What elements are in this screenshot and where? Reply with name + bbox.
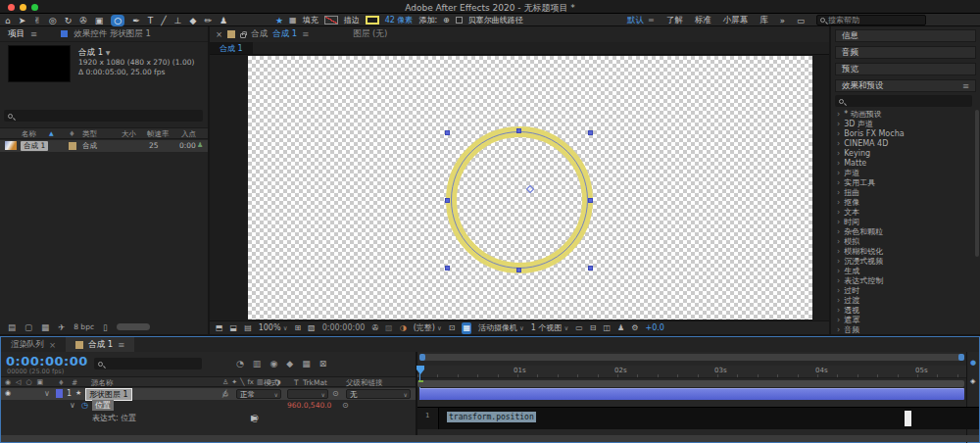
effects-category-item[interactable]: › 音频 [837,325,972,334]
tab-project[interactable]: 项目 [8,28,24,40]
layer-row[interactable]: ◉ ∨ 1 ★ 形状图层 1 ♙○╱ 正常 ⊙ 无 [1,388,416,400]
effects-category-item[interactable]: › 扭曲 [837,188,972,198]
add-shape-icon[interactable]: ⊕ [443,16,450,25]
stroke-swatch[interactable] [366,16,379,25]
region-of-interest-icon[interactable]: ▧ [308,322,316,334]
shy-col-icon[interactable]: ♙ [222,378,228,386]
stroke-label[interactable]: 描边 [344,15,360,25]
comp-name[interactable]: 合成 1 [78,47,103,57]
property-name[interactable]: 位置 [92,400,114,411]
lock-column-icon[interactable]: ▣ [37,378,44,386]
comp-marker-bin-icon[interactable]: ◈ [970,377,975,385]
twirl-icon[interactable]: ∨ [44,389,50,398]
workspace-libraries[interactable]: 库 [760,15,768,26]
effects-category-item[interactable]: › 透视 [837,306,972,316]
selection-handle-bottom[interactable] [516,268,521,272]
row-name[interactable]: 合成 1 [21,141,48,151]
brush-tool-icon[interactable]: ╱ [161,15,166,26]
timeline-navigator[interactable] [419,354,964,361]
project-row-comp[interactable]: 合成 1 合成 25 0:00 ♟ [0,140,208,152]
exposure-gear-icon[interactable]: ⚙ [631,322,638,334]
view-layout-select[interactable]: 1 个视图 [531,322,568,334]
section-effects-presets[interactable]: 效果和预设 ≡ [835,79,976,92]
col-inpoint[interactable]: 入点 [181,129,196,139]
motion-blur-toggle-icon[interactable]: ★ [275,16,283,25]
comp-name-caret-icon[interactable]: ▼ [106,49,111,56]
effects-category-item[interactable]: › 模拟 [837,237,972,247]
flowchart-button-icon[interactable]: ♟ [617,322,624,334]
expression-code[interactable]: transform.position [447,412,536,422]
stopwatch-icon[interactable]: ◷ [81,401,88,410]
target-region-icon[interactable]: ⊡ [449,322,456,334]
workspace-standard[interactable]: 标准 [695,15,711,26]
expression-language-icon[interactable]: ▶ [251,414,257,422]
effects-category-item[interactable]: › 沉浸式视频 [837,257,972,267]
eye-icon[interactable]: ◉ [5,389,11,397]
fast-previews-icon[interactable]: ⊟ [590,322,597,334]
channels-icon[interactable]: ◑ [400,322,407,334]
position-property-row[interactable]: ∨ ◷ 位置 960.0,540.0 ⊙ [1,400,416,412]
workspace-small-screen[interactable]: 小屏幕 [723,15,749,26]
preview-timecode[interactable]: 0:00:00:00 [322,322,366,334]
selection-tool-icon[interactable]: ➤ [19,15,26,26]
zoom-tool-icon[interactable]: ◎ [49,15,57,26]
parent-select[interactable]: 无 [346,389,411,399]
twirl-icon[interactable]: ∨ [70,401,75,410]
eraser-tool-icon[interactable]: ◆ [189,15,196,26]
shy-layers-icon[interactable]: ◔ [236,359,244,369]
frame-blend-icon[interactable]: ▥ [253,359,262,369]
ellipse-tool-icon[interactable]: ○ [111,15,124,26]
row-label-swatch[interactable] [69,142,76,150]
primary-viewer-icon[interactable]: ⬓ [230,322,238,334]
new-folder-icon[interactable]: ▢ [24,322,32,332]
source-name-column[interactable]: 源名称 [91,378,114,388]
transparency-grid-icon[interactable]: ▦ [462,322,471,334]
trkmat-select[interactable] [287,389,328,399]
panel-menu-icon[interactable]: ≡ [118,340,124,350]
clone-stamp-tool-icon[interactable]: ⊥ [174,15,182,26]
pixel-aspect-icon[interactable]: ▭ [575,322,583,334]
eye-column-icon[interactable]: ◉ [5,378,11,386]
effects-category-item[interactable]: › 实用工具 [837,178,972,188]
section-audio[interactable]: 音频 [835,46,976,59]
puppet-pin-tool-icon[interactable]: ♟ [220,15,227,26]
mini-flowchart-icon[interactable]: ▤ [244,322,252,334]
pan-behind-tool-icon[interactable]: ▣ [95,15,104,26]
lock-icon[interactable] [240,33,246,38]
snapshot-icon[interactable]: ✇ [371,322,378,334]
pickwhip-icon[interactable]: ⊙ [342,401,349,410]
auto-keyframe-icon[interactable]: ◆ [286,359,293,369]
effects-category-item[interactable]: › 3D 声道 [837,120,972,129]
hash-column[interactable]: # [72,378,77,387]
magnification-select[interactable]: 100% [259,322,288,334]
tab-effect-controls[interactable]: 效果控件 形状图层 1 [74,28,151,40]
effects-category-item[interactable]: › Keying [837,149,972,159]
pickwhip-icon[interactable]: ⊙ [332,389,339,398]
section-preview[interactable]: 预览 [835,63,976,75]
quality-col-icon[interactable]: ╲ [240,378,244,386]
close-tab-icon[interactable]: × [216,29,222,39]
work-area-bar[interactable] [417,380,964,387]
bezier-path-checkbox[interactable] [456,17,463,24]
col-name[interactable]: 名称 [22,129,36,139]
collapse-col-icon[interactable]: ✦ [231,378,237,386]
fx-col-icon[interactable]: fx [247,378,254,386]
fill-swatch[interactable] [324,16,338,25]
effects-category-item[interactable]: › 时间 [837,218,972,227]
effects-category-item[interactable]: › 文本 [837,208,972,218]
resolution-select[interactable]: (完整) [414,322,442,334]
effects-category-item[interactable]: › * 动画预设 [837,110,972,120]
timeline-search-field[interactable] [94,358,202,369]
time-ruler[interactable]: 01s02s03s04s05s [417,366,966,378]
mode-column[interactable]: 模式 [264,378,278,388]
workspace-learn[interactable]: 了解 [666,15,683,26]
trkmat-column[interactable]: TrkMat [303,378,327,387]
tab-layer[interactable]: 图层 (无) [353,28,387,40]
always-preview-icon[interactable]: ⬒ [216,322,223,334]
effects-category-item[interactable]: › 生成 [837,267,972,276]
type-tool-icon[interactable]: T [148,15,154,26]
project-settings-icon[interactable]: ✈ [58,322,65,332]
effects-category-item[interactable]: › Matte [837,159,972,169]
panel-menu-icon[interactable]: ≡ [302,29,309,39]
effects-category-item[interactable]: › 过时 [837,286,972,296]
